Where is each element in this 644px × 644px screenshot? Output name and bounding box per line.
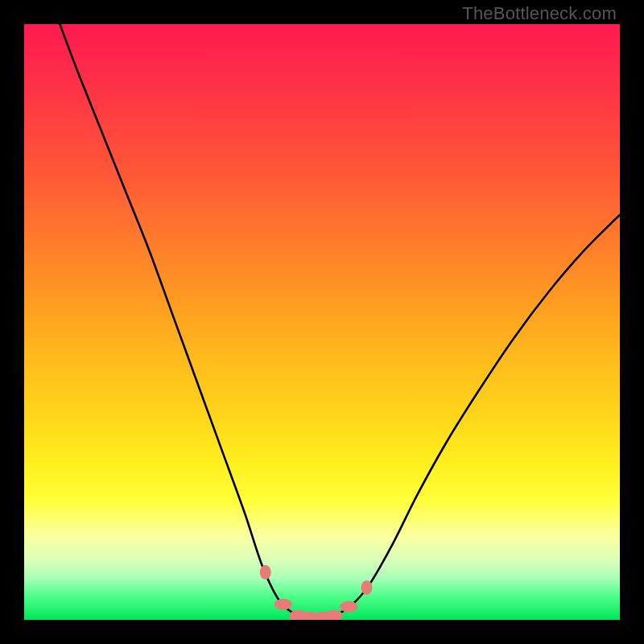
plateau-marker bbox=[275, 599, 292, 610]
plateau-marker bbox=[340, 601, 357, 613]
bottleneck-curve-path bbox=[60, 24, 620, 617]
plot-area bbox=[24, 24, 620, 620]
plateau-marker bbox=[361, 580, 373, 595]
bottleneck-curve bbox=[24, 24, 620, 620]
chart-frame: TheBottleneck.com bbox=[0, 0, 644, 644]
watermark-text: TheBottleneck.com bbox=[462, 3, 617, 24]
plateau-marker bbox=[325, 610, 343, 620]
plateau-marker bbox=[260, 565, 271, 580]
